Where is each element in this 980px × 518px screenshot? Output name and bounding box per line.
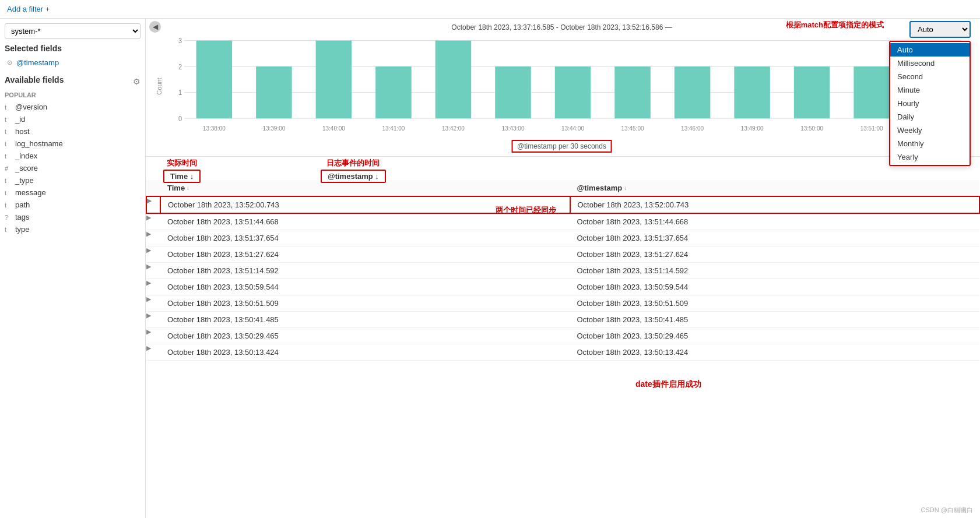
date-plugin-annotation: date插件启用成功: [635, 379, 701, 390]
expand-arrow[interactable]: ▶: [146, 213, 160, 230]
table-body: ▶ October 18th 2023, 13:52:00.743 Octobe…: [146, 196, 979, 361]
selected-fields-title: Selected fields: [5, 44, 140, 53]
type-badge: t: [5, 140, 12, 147]
expand-arrow[interactable]: ▶: [146, 295, 160, 312]
field-name: @version: [15, 103, 47, 111]
timestamp-cell: October 18th 2023, 13:51:14.592: [570, 263, 980, 279]
svg-rect-13: [495, 66, 531, 118]
expand-arrow[interactable]: ▶: [146, 312, 160, 328]
field-name: host: [15, 127, 30, 136]
field-name: path: [15, 200, 30, 209]
table-row: ▶ October 18th 2023, 13:51:37.654 Octobe…: [146, 230, 979, 246]
gear-icon[interactable]: ⚙: [133, 77, 140, 86]
svg-text:13:42:00: 13:42:00: [442, 124, 465, 132]
field-name: _score: [15, 164, 38, 172]
time-interval-select-wrap[interactable]: AutoMillisecondSecondMinuteHourlyDailyWe…: [909, 21, 971, 38]
table-row: ▶ October 18th 2023, 13:50:41.485 Octobe…: [146, 312, 979, 328]
svg-text:13:40:00: 13:40:00: [322, 124, 345, 132]
svg-text:13:43:00: 13:43:00: [502, 124, 525, 132]
histogram-title: October 18th 2023, 13:37:16.585 - Octobe…: [451, 23, 672, 31]
type-badge: t: [5, 128, 12, 135]
expand-arrow[interactable]: ▶: [146, 246, 160, 263]
field-list-item[interactable]: t_type: [5, 174, 140, 186]
svg-text:3: 3: [178, 36, 182, 45]
add-filter-link[interactable]: Add a filter +: [7, 5, 50, 13]
actual-time-annotation: 实际时间 Time ↓: [163, 158, 201, 183]
interval-label: @timestamp per 30 seconds: [511, 140, 612, 153]
index-select[interactable]: system-*logstash-*.kibana: [5, 23, 140, 39]
results-table: Time ↓ @timestamp ↓ ▶: [146, 180, 980, 361]
sidebar-collapse-arrow[interactable]: ◀: [149, 21, 161, 33]
time-cell: October 18th 2023, 13:50:41.485: [160, 312, 570, 328]
time-cell: October 18th 2023, 13:50:59.544: [160, 279, 570, 295]
timestamp-cell: October 18th 2023, 13:50:13.424: [570, 344, 980, 361]
time-cell: October 18th 2023, 13:50:13.424: [160, 344, 570, 361]
col-time-header[interactable]: Time ↓: [160, 180, 570, 196]
table-row: ▶ October 18th 2023, 13:50:59.544 Octobe…: [146, 279, 979, 295]
svg-rect-8: [196, 41, 233, 119]
timestamp-cell: October 18th 2023, 13:51:27.624: [570, 246, 980, 263]
timestamp-cell: October 18th 2023, 13:52:00.743: [570, 196, 980, 213]
expand-arrow[interactable]: ▶: [146, 196, 160, 213]
time-cell: October 18th 2023, 13:51:37.654: [160, 230, 570, 246]
table-row: ▶ October 18th 2023, 13:50:13.424 Octobe…: [146, 344, 979, 361]
time-sort[interactable]: Time ↓: [167, 184, 189, 192]
field-name: tags: [15, 213, 30, 221]
field-name: _index: [15, 151, 37, 160]
svg-rect-17: [734, 66, 770, 118]
field-list-item[interactable]: t@version: [5, 101, 140, 113]
svg-text:13:50:00: 13:50:00: [800, 124, 823, 132]
svg-text:13:46:00: 13:46:00: [681, 124, 704, 132]
dropdown-item-weekly[interactable]: Weekly: [890, 124, 970, 137]
expand-arrow[interactable]: ▶: [146, 263, 160, 279]
field-list-item[interactable]: tmessage: [5, 186, 140, 199]
selected-field-name[interactable]: @timestamp: [16, 58, 59, 67]
dropdown-item-minute[interactable]: Minute: [890, 83, 970, 97]
expand-arrow[interactable]: ▶: [146, 279, 160, 295]
col-timestamp-header[interactable]: @timestamp ↓: [570, 180, 980, 196]
field-list-item[interactable]: tpath: [5, 199, 140, 211]
type-badge: t: [5, 226, 12, 233]
histogram-area: October 18th 2023, 13:37:16.585 - Octobe…: [146, 19, 980, 157]
dropdown-item-daily[interactable]: Daily: [890, 110, 970, 124]
available-fields-header: Available fields ⚙: [5, 75, 140, 88]
field-list-item[interactable]: #_score: [5, 162, 140, 174]
dropdown-item-hourly[interactable]: Hourly: [890, 97, 970, 110]
svg-text:2: 2: [178, 62, 182, 71]
available-fields-title: Available fields: [5, 75, 64, 84]
log-event-time-annotation: 日志事件的时间 @timestamp ↓: [321, 158, 386, 183]
index-select-wrap[interactable]: system-*logstash-*.kibana: [0, 19, 145, 39]
log-event-time-label: 日志事件的时间: [326, 158, 380, 168]
time-interval-select[interactable]: AutoMillisecondSecondMinuteHourlyDailyWe…: [909, 21, 971, 38]
chart-container: Count 012313:38:0013:39:0013:40:0013:41:…: [150, 34, 973, 139]
field-list-item[interactable]: t_index: [5, 150, 140, 162]
field-list-item[interactable]: ttype: [5, 223, 140, 235]
svg-text:13:49:00: 13:49:00: [741, 124, 764, 132]
dropdown-item-monthly[interactable]: Monthly: [890, 137, 970, 150]
expand-arrow[interactable]: ▶: [146, 344, 160, 361]
popular-label: Popular: [5, 91, 140, 98]
interval-row: @timestamp per 30 seconds: [150, 139, 973, 156]
selected-fields-section: Selected fields ⊙@timestamp: [0, 39, 145, 71]
actual-time-label: 实际时间: [167, 158, 197, 168]
field-list-item[interactable]: ?tags: [5, 211, 140, 223]
expand-arrow[interactable]: ▶: [146, 230, 160, 246]
field-list-item[interactable]: tlog_hostname: [5, 138, 140, 150]
dropdown-item-millisecond[interactable]: Millisecond: [890, 57, 970, 70]
dropdown-item-yearly[interactable]: Yearly: [890, 150, 970, 164]
expand-arrow[interactable]: ▶: [146, 328, 160, 344]
field-list-item[interactable]: t_id: [5, 113, 140, 125]
top-bar: Add a filter +: [0, 0, 980, 19]
field-list-item[interactable]: thost: [5, 125, 140, 138]
timestamp-sort[interactable]: @timestamp ↓: [577, 184, 627, 192]
svg-text:1: 1: [178, 89, 182, 97]
type-badge: t: [5, 177, 12, 184]
timestamp-cell: October 18th 2023, 13:50:41.485: [570, 312, 980, 328]
dropdown-item-auto[interactable]: Auto: [890, 43, 970, 57]
timestamp-sort-icon: ↓: [624, 185, 627, 191]
table-area: Time ↓ @timestamp ↓ ▶: [146, 180, 980, 518]
svg-rect-11: [375, 66, 412, 118]
type-badge: t: [5, 116, 12, 123]
svg-rect-19: [853, 66, 890, 118]
dropdown-item-second[interactable]: Second: [890, 70, 970, 83]
